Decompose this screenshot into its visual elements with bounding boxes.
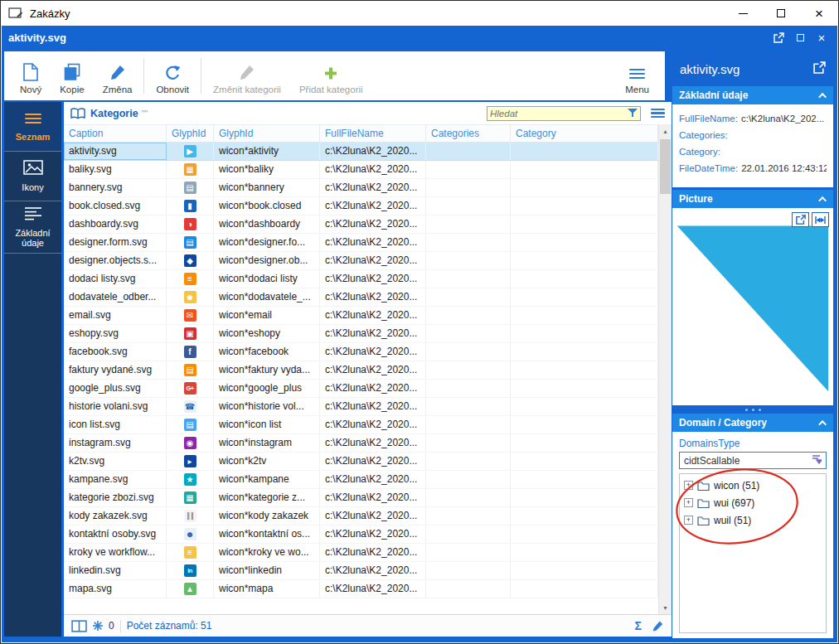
section-domain-header[interactable]: Domain / Category [672, 414, 833, 432]
cell-fullfilename[interactable]: c:\K2luna\K2_2020... [320, 471, 426, 488]
scrollbar-track[interactable] [659, 138, 672, 601]
cell-caption[interactable]: dodavatele_odber... [64, 288, 167, 306]
cell-glyphid[interactable]: wicon*k2tv [214, 453, 320, 470]
cell-category[interactable] [511, 161, 658, 178]
refresh-button[interactable]: Obnovit [147, 55, 198, 97]
cell-glyph-icon[interactable]: ▦ [167, 161, 214, 178]
cell-categories[interactable] [426, 252, 511, 269]
search-input[interactable] [490, 109, 628, 119]
table-row[interactable]: aktivity.svg▶wicon*aktivityc:\K2luna\K2_… [64, 143, 658, 161]
cell-category[interactable] [511, 416, 658, 433]
cell-caption[interactable]: email.svg [64, 307, 167, 324]
table-row[interactable]: linkedin.svginwicon*linkedinc:\K2luna\K2… [64, 562, 658, 580]
cell-categories[interactable] [426, 288, 511, 306]
cell-category[interactable] [511, 562, 658, 579]
cell-glyph-icon[interactable]: ▤ [167, 361, 214, 379]
cell-category[interactable] [511, 580, 658, 598]
cell-glyph-icon[interactable]: ☎ [167, 398, 214, 415]
table-row[interactable]: facebook.svgfwicon*facebookc:\K2luna\K2_… [64, 343, 658, 361]
close-button[interactable]: × [800, 1, 838, 26]
inner-close-icon[interactable]: × [812, 30, 831, 46]
cell-glyphid[interactable]: wicon*icon list [214, 416, 320, 433]
cell-glyph-icon[interactable]: ★ [167, 471, 214, 488]
expand-plus-icon[interactable]: + [684, 516, 693, 525]
inner-maximize-icon[interactable] [791, 30, 809, 46]
cell-glyph-icon[interactable]: ▣ [167, 325, 214, 342]
cell-caption[interactable]: linkedin.svg [64, 562, 167, 579]
domains-type-combo[interactable]: cidtScallable [679, 452, 827, 469]
sidebar-item-zakladni-udaje[interactable]: Základní údaje [4, 201, 61, 254]
menu-button[interactable]: Menu [616, 55, 658, 97]
table-row[interactable]: book.closed.svg▮wicon*book.closedc:\K2lu… [64, 197, 658, 215]
cell-category[interactable] [511, 179, 658, 196]
cell-fullfilename[interactable]: c:\K2luna\K2_2020... [320, 434, 426, 452]
cell-glyph-icon[interactable]: in [167, 562, 214, 579]
table-row[interactable]: historie volani.svg☎wicon*historie vol..… [64, 398, 658, 416]
cell-caption[interactable]: instagram.svg [64, 434, 167, 452]
edit-pencil-icon[interactable] [652, 620, 664, 632]
cell-category[interactable] [511, 270, 658, 288]
cell-category[interactable] [511, 325, 658, 342]
tree-item-wui[interactable]: + wui (697) [681, 494, 824, 511]
cell-glyphid[interactable]: wicon*aktivity [214, 143, 320, 160]
cell-glyphid[interactable]: wicon*kategorie z... [214, 489, 320, 506]
cell-caption[interactable]: designer.objects.s... [64, 252, 167, 269]
cell-categories[interactable] [426, 489, 511, 506]
table-row[interactable]: dodavatele_odber...☻wicon*dodavatele_...… [64, 288, 658, 307]
cell-category[interactable] [511, 343, 658, 361]
tree-item-wuil[interactable]: + wuil (51) [681, 511, 824, 529]
cell-glyph-icon[interactable]: ◑ [167, 215, 214, 233]
cell-category[interactable] [511, 307, 658, 324]
expand-plus-icon[interactable]: + [684, 481, 693, 490]
view-columns-icon[interactable] [71, 620, 87, 632]
expand-plus-icon[interactable]: + [684, 498, 693, 507]
cell-glyph-icon[interactable]: ▤ [167, 416, 214, 433]
cell-category[interactable] [511, 398, 658, 415]
cell-glyph-icon[interactable]: ║║ [167, 507, 214, 525]
cell-fullfilename[interactable]: c:\K2luna\K2_2020... [320, 215, 426, 233]
cell-glyph-icon[interactable]: ✉ [167, 307, 214, 324]
cell-fullfilename[interactable]: c:\K2luna\K2_2020... [320, 507, 426, 525]
cell-fullfilename[interactable]: c:\K2luna\K2_2020... [320, 307, 426, 324]
cell-fullfilename[interactable]: c:\K2luna\K2_2020... [320, 252, 426, 269]
cell-categories[interactable] [426, 580, 511, 598]
section-picture-header[interactable]: Picture [672, 190, 833, 208]
column-header-category[interactable]: Category [511, 125, 658, 142]
table-row[interactable]: email.svg✉wicon*emailc:\K2luna\K2_2020..… [64, 307, 658, 325]
cell-categories[interactable] [426, 380, 511, 397]
table-row[interactable]: dodaci listy.svg≡wicon*dodaci listyc:\K2… [64, 270, 658, 288]
cell-fullfilename[interactable]: c:\K2luna\K2_2020... [320, 562, 426, 579]
cell-categories[interactable] [426, 525, 511, 543]
cell-categories[interactable] [426, 544, 511, 561]
scrollbar-thumb[interactable] [660, 139, 671, 194]
cell-category[interactable] [511, 471, 658, 488]
scroll-up-icon[interactable]: ▲ [659, 124, 672, 138]
grid-menu-icon[interactable] [651, 106, 665, 119]
cell-fullfilename[interactable]: c:\K2luna\K2_2020... [320, 343, 426, 361]
copy-button[interactable]: Kopie [51, 55, 93, 97]
table-row[interactable]: dashboardy.svg◑wicon*dashboardyc:\K2luna… [64, 215, 658, 234]
panel-splitter-handle[interactable] [672, 405, 833, 414]
cell-categories[interactable] [426, 471, 511, 488]
table-row[interactable]: google_plus.svgG+wicon*google_plusc:\K2l… [64, 380, 658, 398]
cell-glyphid[interactable]: wicon*bannery [214, 179, 320, 196]
column-header-glyph-icon[interactable]: GlyphId [167, 125, 214, 142]
cell-glyphid[interactable]: wicon*dodavatele_... [214, 288, 320, 306]
cell-fullfilename[interactable]: c:\K2luna\K2_2020... [320, 489, 426, 506]
cell-category[interactable] [511, 143, 658, 160]
cell-fullfilename[interactable]: c:\K2luna\K2_2020... [320, 398, 426, 415]
maximize-button[interactable] [762, 1, 800, 26]
cell-categories[interactable] [426, 215, 511, 233]
table-row[interactable]: designer.objects.s...◆wicon*designer.ob.… [64, 252, 658, 270]
cell-category[interactable] [511, 215, 658, 233]
table-row[interactable]: kategorie zbozi.svg▦wicon*kategorie z...… [64, 489, 658, 507]
tree-item-wicon[interactable]: + wicon (51) [681, 477, 824, 494]
table-row[interactable]: baliky.svg▦wicon*balikyc:\K2luna\K2_2020… [64, 161, 658, 179]
cell-caption[interactable]: dodaci listy.svg [64, 270, 167, 288]
table-row[interactable]: kody zakazek.svg║║wicon*kody zakazekc:\K… [64, 507, 658, 525]
cell-categories[interactable] [426, 307, 511, 324]
cell-category[interactable] [511, 507, 658, 525]
cell-glyphid[interactable]: wicon*dashboardy [214, 215, 320, 233]
picture-open-button[interactable] [792, 212, 809, 227]
section-basic-header[interactable]: Základní údaje [672, 86, 833, 104]
